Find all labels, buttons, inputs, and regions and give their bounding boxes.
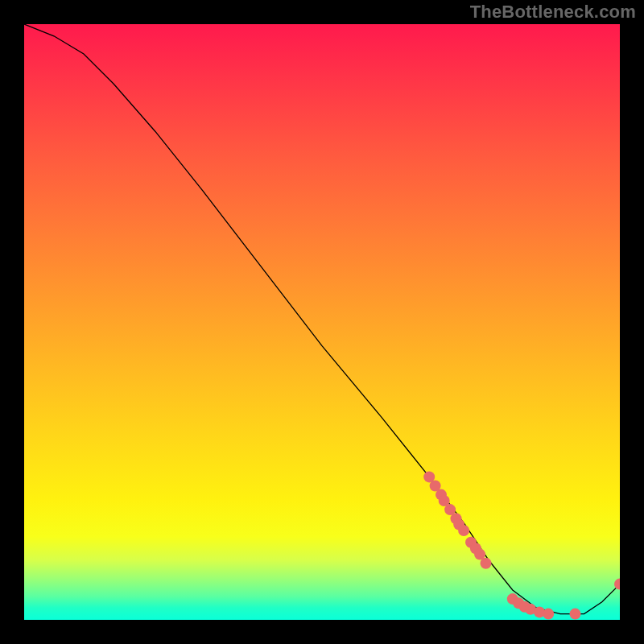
bottleneck-curve (24, 24, 620, 614)
chart-frame: TheBottleneck.com (0, 0, 644, 644)
plot-area (24, 24, 620, 620)
scatter-dot (570, 609, 581, 620)
watermark-text: TheBottleneck.com (470, 2, 636, 23)
scatter-dot (614, 579, 620, 590)
scatter-dot (458, 525, 469, 536)
chart-svg (24, 24, 620, 620)
scatter-dot (481, 558, 492, 569)
scatter-dot (543, 609, 554, 620)
